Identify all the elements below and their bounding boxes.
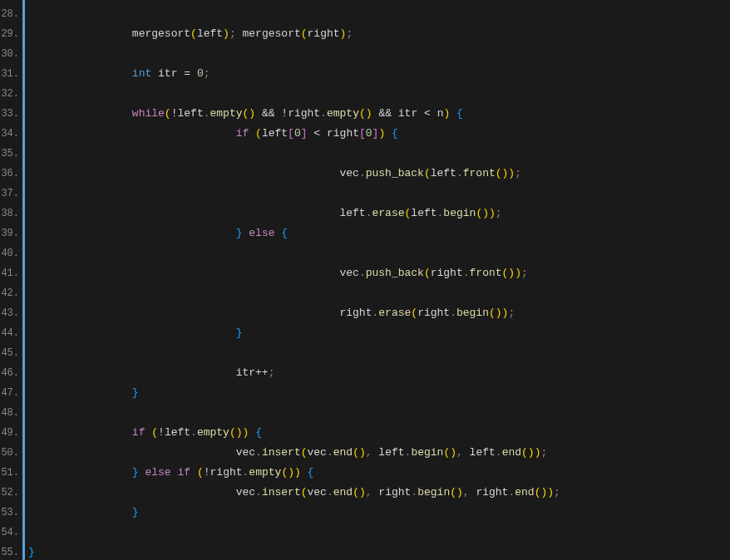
code-token: (): [443, 446, 456, 459]
line-number: 48.: [0, 403, 22, 423]
code-token: mergesort: [132, 27, 190, 40]
code-token: (): [450, 486, 463, 499]
code-line[interactable]: [28, 523, 730, 543]
line-number: 28.: [0, 4, 22, 24]
code-token: [: [288, 127, 294, 140]
code-token: [301, 466, 308, 479]
code-line[interactable]: vec.push_back(left.front());: [28, 164, 730, 184]
line-number: 54.: [0, 523, 22, 543]
code-line[interactable]: left.erase(left.begin());: [28, 204, 730, 224]
code-token: &&: [262, 107, 275, 120]
code-token: <: [313, 127, 320, 140]
code-token: (: [301, 27, 308, 40]
code-token: .: [456, 167, 463, 179]
code-line[interactable]: int itr = 0;: [28, 64, 730, 84]
code-token: insert: [262, 486, 301, 499]
code-line[interactable]: }: [28, 503, 730, 523]
line-number: 46.: [0, 363, 22, 383]
code-token: ;: [496, 207, 502, 219]
code-token: .: [450, 307, 456, 319]
code-token: if: [132, 426, 146, 439]
line-number: 31.: [0, 64, 22, 84]
code-token: if: [178, 466, 191, 479]
code-token: ()): [502, 267, 521, 279]
code-token: right: [308, 27, 340, 40]
line-number: 33.: [0, 104, 22, 124]
code-token: }: [132, 386, 139, 399]
code-line[interactable]: vec.push_back(right.front());: [28, 263, 730, 283]
code-token: [249, 127, 255, 140]
code-token: <: [424, 107, 431, 120]
code-line[interactable]: vec.insert(vec.end(), left.begin(), left…: [28, 443, 730, 463]
code-line[interactable]: [28, 184, 730, 204]
code-token: ;: [508, 307, 515, 319]
code-line[interactable]: [28, 403, 730, 423]
code-token: front: [470, 267, 502, 279]
code-line[interactable]: } else if (!right.empty()) {: [28, 463, 730, 483]
line-number: 29.: [0, 24, 22, 44]
line-number: 53.: [0, 503, 22, 523]
code-line[interactable]: }: [28, 323, 730, 343]
code-token: (: [165, 107, 171, 120]
code-line[interactable]: [28, 84, 730, 104]
code-token: }: [132, 466, 139, 479]
code-token: =: [184, 67, 190, 80]
code-editor-area[interactable]: mergesort(left); mergesort(right); int i…: [25, 0, 730, 560]
code-token: ,: [463, 486, 470, 499]
code-token: begin: [417, 486, 450, 499]
code-token: ()): [535, 486, 554, 499]
code-token: ;: [540, 446, 547, 459]
code-token: 0: [197, 67, 204, 80]
code-token: vec: [339, 267, 358, 279]
code-token: {: [392, 127, 398, 140]
code-line[interactable]: while(!left.empty() && !right.empty() &&…: [28, 104, 730, 124]
code-line[interactable]: [28, 343, 730, 363]
code-token: erase: [378, 307, 411, 319]
code-token: [190, 67, 197, 80]
code-line[interactable]: right.erase(right.begin());: [28, 303, 730, 323]
code-line[interactable]: [28, 283, 730, 303]
code-token: (): [243, 107, 256, 120]
line-number: 41.: [0, 263, 22, 283]
code-line[interactable]: }: [28, 383, 730, 403]
code-token: ()): [496, 167, 515, 179]
code-token: ++: [255, 366, 269, 379]
code-token: n: [431, 107, 444, 120]
code-token: [385, 127, 392, 140]
code-line[interactable]: [28, 243, 730, 263]
code-token: vec: [236, 486, 255, 499]
code-token: ]: [301, 127, 308, 140]
code-line[interactable]: vec.insert(vec.end(), right.begin(), rig…: [28, 483, 730, 503]
code-token: left: [197, 27, 223, 40]
code-line[interactable]: if (left[0] < right[0]) {: [28, 124, 730, 144]
code-token: ()): [476, 207, 495, 219]
code-token: [171, 466, 178, 479]
code-token: [450, 107, 456, 120]
code-token: ): [223, 27, 229, 40]
code-token: 0: [294, 127, 301, 140]
code-line[interactable]: [28, 4, 730, 24]
line-number: 39.: [0, 224, 22, 243]
code-token: .: [359, 267, 366, 279]
code-line[interactable]: itr++;: [28, 363, 730, 383]
code-token: .: [255, 446, 262, 459]
code-token: push_back: [366, 167, 424, 179]
code-line[interactable]: mergesort(left); mergesort(right);: [28, 24, 730, 44]
code-line[interactable]: if (!left.empty()) {: [28, 423, 730, 443]
code-token: .: [327, 486, 333, 499]
code-token: begin: [411, 446, 443, 459]
code-token: insert: [262, 446, 301, 459]
code-token: left: [339, 207, 365, 219]
code-line[interactable]: }: [28, 543, 730, 560]
line-number: 47.: [0, 383, 22, 403]
line-number: 35.: [0, 144, 22, 164]
code-token: .: [359, 167, 366, 179]
code-token: {: [456, 107, 463, 120]
code-line[interactable]: [28, 144, 730, 164]
code-token: empty: [210, 107, 243, 120]
code-token: end: [333, 446, 353, 459]
code-line[interactable]: [28, 44, 730, 64]
code-token: vec: [308, 486, 327, 499]
line-number: 44.: [0, 323, 22, 343]
code-line[interactable]: } else {: [28, 224, 730, 243]
